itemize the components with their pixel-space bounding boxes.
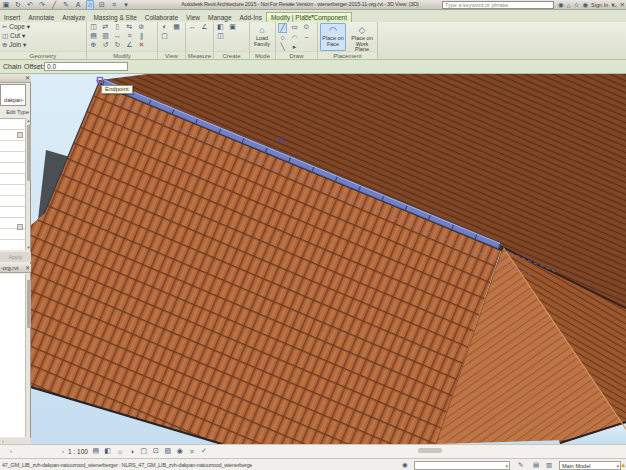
draw-more-icon[interactable]: ▸: [290, 43, 299, 51]
text-icon[interactable]: A: [74, 1, 82, 9]
tab-analyze[interactable]: Analyze: [58, 13, 89, 22]
array-icon[interactable]: ⇆: [125, 23, 134, 31]
edit-type-button[interactable]: Edit Type: [0, 107, 31, 117]
join-button[interactable]: ⊕ Join ▾: [2, 41, 26, 49]
infocenter-search-input[interactable]: [442, 1, 554, 9]
project-browser-close-icon[interactable]: ✕: [25, 264, 30, 271]
project-browser-scrollbar[interactable]: [25, 274, 30, 437]
trim-icon[interactable]: ▥: [101, 32, 110, 40]
worksets-icon[interactable]: ◉: [402, 461, 408, 469]
move-icon[interactable]: ↔: [113, 32, 122, 40]
draw-arc-icon[interactable]: ◠: [290, 34, 299, 42]
dimension-icon[interactable]: ✎: [62, 1, 70, 9]
section-icon[interactable]: ⊟: [98, 1, 106, 9]
tab-collaborate[interactable]: Collaborate: [141, 13, 182, 22]
tab-add-ins[interactable]: Add-Ins: [236, 13, 266, 22]
offset-icon[interactable]: ⇄: [101, 23, 110, 31]
properties-close-icon[interactable]: ✕: [25, 74, 30, 81]
rotate-ccw-icon[interactable]: ↺: [101, 41, 110, 49]
reveal-hidden-elements-icon[interactable]: ≡: [188, 448, 196, 455]
type-selector[interactable]: dakpan- ▾: [0, 84, 26, 106]
measure-angle-icon[interactable]: ∠: [200, 23, 209, 31]
worksharing-display-icon[interactable]: ✓: [200, 447, 208, 455]
draw-pick-line-icon[interactable]: ╲: [278, 43, 287, 51]
display-toggle-2-icon[interactable]: ▥: [546, 461, 552, 469]
associate-parameter-button[interactable]: [17, 132, 23, 138]
tab-view[interactable]: View: [182, 13, 204, 22]
warning-icon[interactable]: ▲: [620, 461, 626, 468]
tab-annotate[interactable]: Annotate: [24, 13, 58, 22]
split-icon[interactable]: ▤: [89, 32, 98, 40]
3d-view[interactable]: ⇄: [31, 74, 626, 444]
3d-view-icon[interactable]: ⌂: [86, 0, 94, 10]
scale-icon[interactable]: ∥: [137, 32, 146, 40]
delete-icon[interactable]: ✕: [137, 41, 146, 49]
editable-only-icon[interactable]: ✎: [518, 461, 523, 469]
tab-massing-site[interactable]: Massing & Site: [89, 13, 140, 22]
search-binoculars-icon[interactable]: ◉: [558, 1, 564, 9]
visual-style-icon[interactable]: ◧: [104, 447, 112, 455]
load-family-button[interactable]: ⌂ Load Family: [250, 23, 274, 51]
associate-parameter-button[interactable]: [17, 224, 23, 230]
sign-in-button[interactable]: Sign In: [591, 2, 608, 8]
offset-input[interactable]: [44, 62, 128, 71]
drawing-canvas[interactable]: ⇄ Endpoint: [31, 74, 626, 444]
active-workset-combo[interactable]: ▾: [414, 461, 510, 470]
minimize-button[interactable]: –: [613, 2, 617, 9]
visibility-icon[interactable]: ◐: [160, 23, 169, 31]
place-on-work-plane-button[interactable]: ◇ Place on Work Plane: [348, 23, 376, 51]
pin-icon[interactable]: ⊘: [137, 23, 146, 31]
create-assembly-icon[interactable]: ◫: [216, 32, 225, 40]
temporary-hide-isolate-icon[interactable]: ◉: [176, 447, 184, 455]
measure-length-icon[interactable]: ↔: [188, 23, 197, 31]
qat-dropdown-icon[interactable]: ▾: [122, 1, 130, 9]
shadows-icon[interactable]: ◑: [128, 448, 136, 455]
draw-line-icon[interactable]: ╱: [278, 23, 287, 33]
draw-circle-icon[interactable]: ⊙: [302, 23, 311, 33]
create-group-icon[interactable]: ▣: [228, 23, 237, 31]
subscription-icon[interactable]: ⌂: [567, 2, 571, 9]
create-similar-icon[interactable]: ◧: [216, 23, 225, 31]
mirror-icon[interactable]: ▯: [113, 23, 122, 31]
tab-manage[interactable]: Manage: [204, 13, 236, 22]
draw-ellipse-icon[interactable]: ○: [278, 34, 287, 42]
project-browser-scroll-thumb[interactable]: [27, 280, 31, 328]
properties-scroll-thumb[interactable]: [27, 125, 31, 181]
measure-icon[interactable]: ╱: [50, 1, 58, 9]
undo-icon[interactable]: ↶: [26, 1, 34, 9]
browser-hscroll-icon[interactable]: ›: [10, 448, 12, 454]
type-selector-caret-icon[interactable]: ▾: [25, 85, 26, 106]
rotate-cw-icon[interactable]: ↻: [113, 41, 122, 49]
detail-level-icon[interactable]: ▤: [92, 447, 100, 455]
ribbon-panel-toggle-icon[interactable]: ▭: [303, 12, 309, 19]
properties-palette-header[interactable]: ✕: [0, 74, 31, 83]
rendering-dialog-icon[interactable]: ▢: [140, 447, 148, 455]
window-icon[interactable]: ▢: [160, 32, 169, 40]
favorites-star-icon[interactable]: ☆: [574, 1, 580, 9]
canvas-hscroll-thumb[interactable]: [418, 448, 442, 453]
project-browser-header[interactable]: -org.rvt ✕: [0, 264, 31, 273]
align-icon[interactable]: ◫: [89, 23, 98, 31]
chain-checkbox-label[interactable]: Chain: [3, 63, 21, 70]
cope-button[interactable]: ✂ Cope ▾: [2, 23, 30, 31]
sun-path-icon[interactable]: ☼: [116, 448, 124, 455]
apply-button[interactable]: Apply: [0, 252, 31, 262]
angle-icon[interactable]: ∠: [125, 41, 134, 49]
sync-icon[interactable]: ↻: [14, 1, 22, 9]
sign-in-person-icon[interactable]: ◉: [582, 1, 588, 9]
extend-icon[interactable]: ⊕: [89, 41, 98, 49]
display-toggle-1-icon[interactable]: ▤: [533, 461, 539, 469]
thin-lines-toggle-icon[interactable]: ▦: [172, 23, 181, 31]
tab-insert[interactable]: Insert: [0, 13, 24, 22]
properties-scrollbar[interactable]: ▲ ▼: [25, 118, 30, 250]
ribbon-state-caret-icon[interactable]: ▾: [311, 12, 314, 19]
project-browser-tree[interactable]: [0, 274, 26, 437]
design-options-combo[interactable]: Main Model ▾: [559, 461, 621, 470]
draw-rectangle-icon[interactable]: ▭: [290, 23, 299, 33]
show-crop-icon[interactable]: ▧: [164, 447, 172, 455]
view-scale-button[interactable]: 1 : 100: [68, 448, 88, 455]
place-on-face-button[interactable]: ◠ Place on Face: [320, 23, 346, 51]
canvas-hscroll-icon[interactable]: ›: [62, 448, 64, 454]
save-icon[interactable]: ▣: [2, 1, 10, 9]
close-button[interactable]: ✕: [620, 1, 625, 9]
